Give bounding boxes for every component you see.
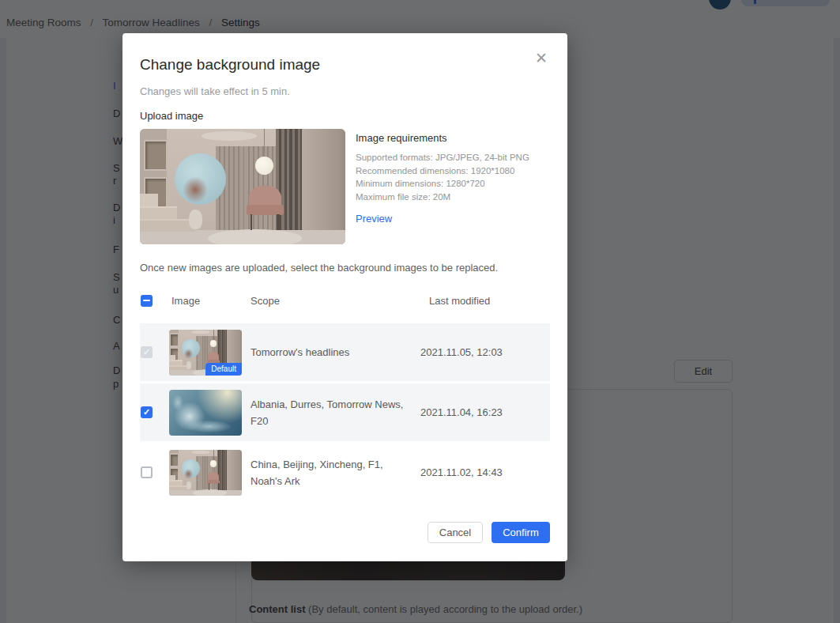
table-row: ✓ Default xyxy=(140,323,550,381)
requirement-minimum: Minimum dimensions: 1280*720 xyxy=(356,177,553,191)
row1-thumbnail: Default xyxy=(169,330,242,376)
row2-last-modified: 2021.11.04, 16:23 xyxy=(420,406,550,418)
requirement-formats: Supported formats: JPG/JPEG, 24-bit PNG xyxy=(356,151,553,164)
close-icon[interactable]: ✕ xyxy=(533,49,550,66)
row2-checkbox[interactable]: ✓ xyxy=(141,406,153,418)
row1-last-modified: 2021.11.05, 12:03 xyxy=(420,346,550,358)
image-requirements: Image requirements Supported formats: JP… xyxy=(356,132,553,225)
table-header: Image Scope Last modified xyxy=(140,291,550,310)
confirm-button[interactable]: Confirm xyxy=(492,522,550,543)
table-row: China, Beijing, Xincheng, F1, Noah's Ark… xyxy=(140,444,550,501)
row1-checkbox-disabled: ✓ xyxy=(141,346,153,358)
background-images-table: Image Scope Last modified ✓ xyxy=(140,291,550,504)
column-scope: Scope xyxy=(250,295,420,307)
column-last-modified: Last modified xyxy=(420,295,550,307)
dialog-footer: Cancel Confirm xyxy=(428,522,550,543)
interior-room-image xyxy=(140,129,345,244)
requirement-max-size: Maximum file size: 20M xyxy=(356,191,553,204)
default-badge: Default xyxy=(205,363,242,376)
image-requirements-title: Image requirements xyxy=(356,132,553,144)
row2-thumbnail xyxy=(169,390,242,436)
change-background-dialog: ✕ Change background image Changes will t… xyxy=(122,33,567,561)
upload-image-label: Upload image xyxy=(140,110,203,122)
column-image: Image xyxy=(168,295,250,307)
row3-checkbox[interactable] xyxy=(141,466,153,478)
row3-thumbnail xyxy=(169,450,242,496)
requirement-recommended: Recommended dimensions: 1920*1080 xyxy=(356,164,553,178)
dialog-subtitle: Changes will take effect in 5 min. xyxy=(140,85,290,97)
replace-instruction: Once new images are uploaded, select the… xyxy=(140,262,498,274)
row1-scope: Tomorrow's headlines xyxy=(250,344,420,361)
interior-room-image xyxy=(169,450,242,496)
upload-image-preview[interactable] xyxy=(140,129,345,244)
select-all-checkbox[interactable] xyxy=(141,295,153,307)
row3-scope: China, Beijing, Xincheng, F1, Noah's Ark xyxy=(250,456,420,489)
row2-scope: Albania, Durres, Tomorrow News, F20 xyxy=(250,396,420,429)
dialog-title: Change background image xyxy=(140,56,320,74)
cancel-button[interactable]: Cancel xyxy=(428,522,483,543)
clouds-image xyxy=(169,390,242,436)
row3-last-modified: 2021.11.02, 14:43 xyxy=(420,466,550,478)
table-row: ✓ Albania, Durres, Tomorrow News, F20 20… xyxy=(140,383,550,441)
preview-link[interactable]: Preview xyxy=(356,213,392,225)
